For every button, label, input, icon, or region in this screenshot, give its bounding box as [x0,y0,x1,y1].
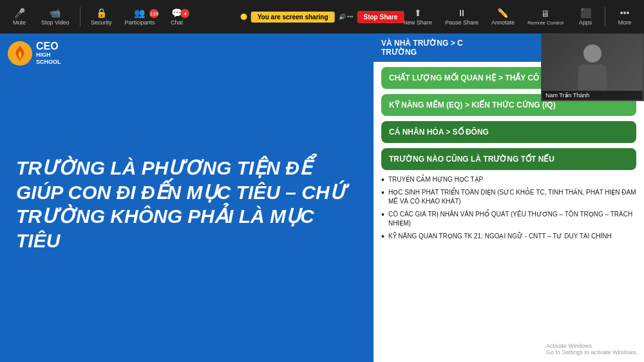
speaker-silhouette [578,44,607,90]
speaker-body [578,64,607,90]
more-label: More [618,19,632,26]
remote-control-button[interactable]: 🖥 Remote Control [522,6,569,28]
pause-share-button[interactable]: ⏸ Pause Share [440,5,484,28]
mute-icon: 🎤 [14,8,25,18]
more-button[interactable]: ••• More [611,5,639,28]
new-share-button[interactable]: ⬆ New Share [398,5,437,28]
participants-button[interactable]: 👥 Participants 139 [119,5,160,28]
activate-subtitle: Go to Settings to activate Windows. [546,349,638,356]
new-share-icon: ⬆ [414,8,422,18]
speaker-avatar [542,35,643,100]
screen-sharing-indicator-text: 🟡 [240,14,247,20]
annotate-icon: ✏️ [497,8,508,18]
dark-green-box-4: TRƯỜNG NÀO CŨNG LÀ TRƯỜNG TỐT NẾU [381,148,636,170]
logo-text: CEO HIGH SCHOOL [36,41,61,66]
participants-label: Participants [124,19,155,26]
separator-1 [80,7,80,26]
speaker-head [583,44,601,62]
remote-control-icon: 🖥 [541,8,550,19]
bullet-item: •TRUYỀN CẢM HỨNG HỌC TẬP [381,175,636,184]
audio-dots: 🔊 ••• [339,14,354,20]
bullet-item: •HỌC SINH PHÁT TRIỂN TOÀN DIỆN (SỨC KHỎE… [381,188,636,206]
security-icon: 🔒 [96,8,107,18]
slide-main-text: TRƯỜNG LÀ PHƯƠNG TIỆN ĐỂ GIÚP CON ĐI ĐẾN… [16,156,357,252]
mute-label: Mute [13,19,26,26]
logo-high-text: HIGH [36,52,61,59]
new-share-label: New Share [403,19,432,26]
security-label: Security [91,19,112,26]
screen-sharing-bar: 🟡 You are screen sharing 🔊 ••• Stop Shar… [240,0,404,33]
speaker-video: Nam Trần Thành [541,33,644,101]
speaker-name-tag: Nam Trần Thành [542,91,643,100]
header-title-text: VÀ NHÀ TRƯỜNG > C [381,39,463,48]
bullet-item: •KỸ NĂNG QUAN TRỌNG TK 21: NGOẠI NGỮ - C… [381,232,636,241]
logo-ceo-text: CEO [36,41,61,52]
pause-share-label: Pause Share [445,19,478,26]
section-header-text: TRƯỜNG [381,48,417,57]
chat-count-badge: 4 [180,9,189,18]
chat-label: Chat [171,19,183,26]
activate-title: Activate Windows [546,343,638,349]
slide-area: CEO HIGH SCHOOL TRƯỜNG LÀ PHƯƠNG TIỆN ĐỂ… [0,33,374,362]
main-content: CEO HIGH SCHOOL TRƯỜNG LÀ PHƯƠNG TIỆN ĐỂ… [0,33,644,362]
pause-share-icon: ⏸ [457,8,466,18]
flame-icon [12,44,28,62]
apps-icon: ⬛ [580,8,591,18]
bullet-dot: • [381,232,384,241]
annotate-button[interactable]: ✏️ Annotate [486,5,520,28]
bullet-section: •TRUYỀN CẢM HỨNG HỌC TẬP•HỌC SINH PHÁT T… [374,175,644,251]
bullet-item: •CÓ CÁC GIÁ TRỊ NHÂN VĂN PHỔ QUÁT (YÊU T… [381,210,636,228]
right-panel: Nam Trần Thành VÀ NHÀ TRƯỜNG > C TRƯỜNG … [374,33,644,362]
annotate-label: Annotate [491,19,515,26]
remote-control-label: Remote Control [527,20,564,26]
stop-video-label: Stop Video [41,19,70,26]
more-icon: ••• [620,8,630,18]
participants-icon: 👥 [134,8,145,18]
video-icon: 📹 [50,8,61,18]
screen-sharing-text: You are screen sharing [251,12,335,23]
stop-share-button[interactable]: Stop Share [357,11,404,23]
zoom-toolbar: 🎤 Mute 📹 Stop Video 🔒 Security 👥 Partici… [0,0,644,33]
apps-button[interactable]: ⬛ Apps [571,5,600,28]
bullet-dot: • [381,210,384,219]
logo-school-text: SCHOOL [36,59,61,66]
dark-green-box-3: CÁ NHÂN HÓA > SỐ ĐÔNG [381,121,636,143]
slide-logo: CEO HIGH SCHOOL [8,41,61,66]
logo-circle [8,41,32,66]
stop-video-button[interactable]: 📹 Stop Video [36,5,75,28]
mute-button[interactable]: 🎤 Mute [5,5,33,28]
activate-windows-watermark: Activate Windows Go to Settings to activ… [546,343,638,356]
bullet-dot: • [381,188,384,197]
security-button[interactable]: 🔒 Security [86,5,117,28]
bullet-dot: • [381,175,384,184]
chat-button[interactable]: 💬 Chat 4 [162,5,191,28]
participants-count-badge: 139 [149,9,158,18]
apps-label: Apps [579,19,592,26]
separator-2 [605,7,605,26]
